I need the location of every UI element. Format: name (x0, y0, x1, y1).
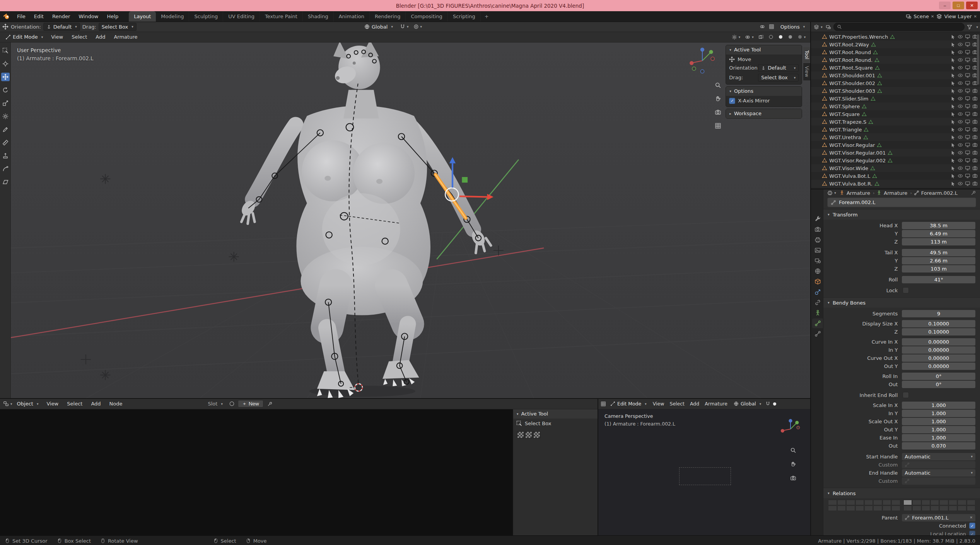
render-disable-toggle[interactable] (972, 135, 978, 140)
pan-button[interactable] (789, 460, 797, 468)
outliner-item[interactable]: WGT.Properties.Wrench (811, 33, 980, 41)
viewport-disable-toggle[interactable] (965, 127, 970, 132)
tool-button[interactable] (1, 152, 10, 160)
number-field[interactable]: 0° (902, 381, 975, 388)
shading-material-button[interactable] (787, 34, 794, 40)
hide-toggle[interactable] (958, 127, 963, 132)
viewport-menu-item[interactable]: View (47, 34, 67, 40)
sidebar-tab[interactable]: View (803, 63, 810, 80)
viewport-canvas[interactable]: User Perspective (1) Armature : Forearm.… (11, 43, 810, 398)
hide-toggle[interactable] (958, 80, 963, 86)
render-disable-toggle[interactable] (972, 165, 978, 171)
perspective-toggle-button[interactable] (714, 122, 722, 130)
mode-dropdown[interactable]: Edit Mode▾ (607, 400, 650, 408)
connected-checkbox[interactable]: ✓ (969, 523, 975, 529)
display-mode-button[interactable] (825, 24, 832, 31)
shading-rendered-button[interactable]: ▾ (797, 34, 807, 40)
bone-layer-cell[interactable] (873, 506, 882, 511)
outliner-scrollbar[interactable] (977, 34, 979, 85)
bone-layer-cell[interactable] (891, 500, 900, 505)
number-field[interactable]: 49.5 m (902, 249, 975, 256)
viewport-menu-item[interactable]: Select (67, 34, 91, 40)
blender-menu-button[interactable] (0, 11, 13, 22)
view-layer-unlink-button[interactable]: ✕ (974, 14, 977, 19)
workspace-tab[interactable]: Rendering (370, 11, 406, 22)
properties-tab[interactable] (812, 266, 823, 276)
outliner-item[interactable]: WGT.Trapeze.S (811, 118, 980, 126)
shader-menu-item[interactable]: Add (87, 401, 105, 407)
workspace-tab[interactable]: Animation (334, 11, 370, 22)
number-field[interactable]: 0.00000 (902, 346, 975, 354)
outliner-item[interactable]: WGT.Square (811, 110, 980, 118)
orientation-dropdown[interactable]: Default▾ (43, 23, 80, 31)
selectable-toggle[interactable] (951, 89, 956, 94)
bone-layer-cell[interactable] (958, 500, 966, 505)
viewport-disable-toggle[interactable] (965, 181, 970, 186)
outliner-item[interactable]: WGT.Visor.Wide (811, 164, 980, 172)
add-workspace-button[interactable]: + (481, 11, 493, 22)
hide-toggle[interactable] (958, 49, 963, 55)
shader-menu-item[interactable]: Node (105, 401, 127, 407)
bone-layer-cell[interactable] (883, 506, 891, 511)
properties-tab[interactable] (812, 225, 823, 234)
render-disable-toggle[interactable] (972, 158, 978, 163)
hide-toggle[interactable] (958, 142, 963, 148)
bone-layer-cell[interactable] (930, 500, 939, 505)
end-handle-dropdown[interactable]: Automatic▾ (902, 469, 975, 477)
number-field[interactable]: 41° (902, 276, 975, 283)
menu-item[interactable]: Render (48, 11, 74, 22)
properties-tab[interactable] (812, 214, 823, 224)
navigation-gizmo[interactable] (779, 418, 802, 440)
number-field[interactable]: 0.10000 (902, 320, 975, 327)
bone-layer-cell[interactable] (864, 506, 873, 511)
bone-layer-cell[interactable] (883, 500, 891, 505)
render-disable-toggle[interactable] (972, 181, 978, 186)
tool-button[interactable] (1, 165, 10, 173)
workspace-tab[interactable]: Scripting (448, 11, 481, 22)
number-field[interactable]: 1.000 (902, 410, 975, 417)
outliner-item[interactable]: WGT.Urethra (811, 133, 980, 141)
properties-tab[interactable] (812, 308, 823, 318)
outliner-item[interactable]: WGT.Shoulder.001 (811, 72, 980, 79)
properties-tab[interactable] (812, 256, 823, 266)
selectable-toggle[interactable] (951, 158, 956, 163)
bone-layer-cell[interactable] (958, 506, 966, 511)
scene-selector[interactable]: Scene ✕ (906, 14, 934, 19)
viewport-disable-toggle[interactable] (965, 34, 970, 39)
outliner-item[interactable]: WGT.Sphere (811, 102, 980, 110)
breadcrumb-item[interactable]: Armature › (839, 190, 874, 196)
maximize-button[interactable]: □ (953, 2, 964, 9)
outliner-item[interactable]: WGT.Visor.Regular.002 (811, 157, 980, 164)
selectable-toggle[interactable] (951, 181, 956, 186)
outliner-item[interactable]: WGT.Root.2Way (811, 41, 980, 48)
hide-toggle[interactable] (958, 173, 963, 179)
number-field[interactable]: 0.10000 (902, 328, 975, 336)
hide-toggle[interactable] (958, 88, 963, 94)
inherit-end-roll-checkbox[interactable] (903, 392, 909, 398)
bone-name-field[interactable]: Forearm.002.L (827, 198, 976, 207)
selectable-toggle[interactable] (951, 174, 956, 179)
menu-item[interactable]: Help (103, 11, 123, 22)
viewport-disable-toggle[interactable] (965, 65, 970, 70)
hide-toggle[interactable] (958, 34, 963, 39)
active-tool-panel-header[interactable]: ▾Active Tool (726, 45, 802, 54)
bone-layer-cell[interactable] (855, 500, 864, 505)
show-overlays-toggle[interactable]: ▾ (744, 34, 755, 41)
viewport-disable-toggle[interactable] (965, 111, 970, 117)
hide-toggle[interactable] (958, 73, 963, 78)
zoom-button[interactable] (789, 446, 797, 454)
number-field[interactable]: 0° (902, 373, 975, 380)
viewport-disable-toggle[interactable] (965, 165, 970, 171)
viewport-disable-toggle[interactable] (965, 96, 970, 101)
bone-layer-cell[interactable] (837, 500, 846, 505)
outliner-item[interactable]: WGT.Vulva.Bot.L (811, 172, 980, 180)
filter-button[interactable] (966, 24, 973, 31)
editor-type-button[interactable]: ▾ (2, 400, 13, 407)
shading-solid-button[interactable] (772, 401, 778, 407)
selectable-toggle[interactable] (951, 65, 956, 70)
render-disable-toggle[interactable] (972, 96, 978, 101)
show-gizmo-toggle[interactable]: ▾ (731, 34, 741, 41)
render-disable-toggle[interactable] (972, 142, 978, 148)
breadcrumb-item[interactable]: Armature › (876, 190, 912, 196)
proportional-editing-toggle[interactable]: ▾ (413, 23, 423, 30)
